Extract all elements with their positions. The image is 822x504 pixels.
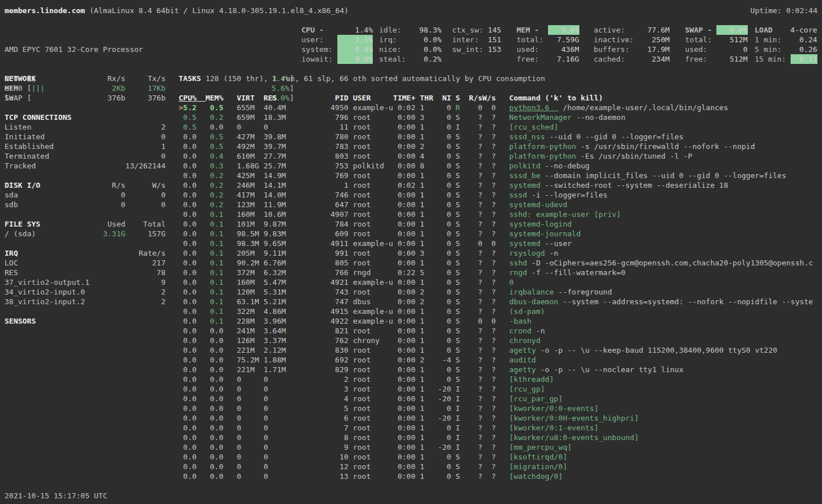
process-row[interactable]: 0.00.163.1M5.21M747dbus0:0020S??dbus-dae… xyxy=(179,297,822,307)
cell-virt: 659M xyxy=(237,112,264,122)
process-row[interactable]: 0.00.0004root0:001-20I??[rcu_par_gp] xyxy=(179,394,822,404)
cell-ni: 0 xyxy=(433,209,451,219)
process-row[interactable]: >5.20.5655M40.4M4950example-u0:0210R00py… xyxy=(179,103,822,112)
cell-thr: 1 xyxy=(420,452,433,462)
col-command[interactable]: Command ('k' to kill) xyxy=(509,93,822,103)
swap-panel: SWAP -0.0%total:512Mused:0free:512M xyxy=(685,25,751,64)
cell-virt: 75.2M xyxy=(237,355,264,365)
sidebar-section-file-sys: FILE SYSUsedTotal/ (sda)3.31G157G xyxy=(5,219,166,239)
process-row[interactable]: 0.00.1322M4.86M4915example-u0:0010S??(sd… xyxy=(179,307,822,316)
mem-stat-label: buffers: xyxy=(594,45,638,54)
cell-write-rate: ? xyxy=(482,268,495,277)
cell-virt: 205M xyxy=(237,248,264,258)
cell-read-rate: ? xyxy=(460,268,482,277)
col-ws[interactable]: W/s xyxy=(482,93,495,103)
col-thr[interactable]: THR xyxy=(420,93,433,103)
section-header: TCP CONNECTIONS xyxy=(5,112,166,122)
process-row[interactable]: 0.00.190.2M6.76M805root0:0010S??sshd -D … xyxy=(179,258,822,268)
col-s[interactable]: S xyxy=(456,93,460,103)
cell-write-rate: ? xyxy=(482,462,495,471)
process-row[interactable]: 0.50.2659M18.3M796root0:0030S??NetworkMa… xyxy=(179,112,822,122)
cell-time: 0:00 xyxy=(393,355,416,365)
process-row[interactable]: 0.00.1160M5.47M4921example-u0:0010S??0 xyxy=(179,277,822,287)
cell-mem: 0.0 xyxy=(206,452,223,462)
process-row[interactable]: 0.00.00013root0:0010S??[watchdog/0] xyxy=(179,471,822,481)
process-row[interactable]: 0.00.5427M39.8M780root0:0010S??sssd_nss … xyxy=(179,132,822,142)
process-row[interactable]: 0.00.0008root0:0010I??[kworker/u8:0-even… xyxy=(179,433,822,442)
process-row[interactable]: 0.00.198.3M9.65M4911example-u0:0010S00sy… xyxy=(179,239,822,248)
col-pid[interactable]: PID xyxy=(291,93,349,103)
cell-mem: 0.0 xyxy=(206,442,223,452)
cell-virt: 427M xyxy=(237,132,264,142)
process-row[interactable]: 0.00.0221M2.12M830root0:0010S??agetty -o… xyxy=(179,345,822,355)
process-row[interactable]: 0.00.1228M3.96M4922example-u0:0010S00-ba… xyxy=(179,316,822,326)
cell-thr: 1 xyxy=(420,394,433,404)
process-row[interactable]: 0.50.00011root0:0010I??[rcu_sched] xyxy=(179,122,822,132)
cpu-stat-row: iowait:0.0% xyxy=(301,54,373,64)
section-row: 34_virtio2-input.02 xyxy=(5,287,166,297)
process-row[interactable]: 0.00.2246M14.1M1root0:0210S??systemd --s… xyxy=(179,180,822,190)
cell-cpu: 0.5 xyxy=(179,112,196,122)
cell-cpu: 0.0 xyxy=(179,268,196,277)
cell-res: 3.96M xyxy=(264,316,291,326)
process-row[interactable]: 0.00.4610M27.7M803root0:0040S??platform-… xyxy=(179,151,822,161)
cell-cpu: 0.0 xyxy=(179,219,196,229)
cell-time: 0:00 xyxy=(393,345,416,355)
process-row[interactable]: 0.00.0126M3.37M762chrony0:0010S??chronyd xyxy=(179,336,822,345)
process-row[interactable]: 0.00.2417M14.0M746root0:0010S??sssd -i -… xyxy=(179,190,822,200)
process-row[interactable]: 0.00.075.2M1.88M692root0:002-4S??auditd xyxy=(179,355,822,365)
sidebar-section-tcp-connections: TCP CONNECTIONSListen2Initiated0Establis… xyxy=(5,112,166,171)
cell-command: rngd -f --fill-watermark=0 xyxy=(509,268,822,277)
col-cpu[interactable]: CPU% xyxy=(179,93,196,103)
process-row[interactable]: 0.00.00010root0:0010S??[ksoftirqd/0] xyxy=(179,452,822,462)
process-row[interactable]: 0.00.2425M14.9M769root0:0010S??sssd_be -… xyxy=(179,171,822,180)
process-row[interactable]: 0.00.0007root0:0010I??[kworker/0:1-event… xyxy=(179,423,822,433)
process-row[interactable]: 0.00.1120M5.31M743root0:0020S??irqbalanc… xyxy=(179,287,822,297)
cell-user: root xyxy=(353,355,393,365)
cpu-stat-row: idle:98.3% xyxy=(379,25,442,35)
col-mem[interactable]: MEM% xyxy=(206,93,223,103)
process-row[interactable]: 0.00.0221M1.71M829root0:0010S??agetty -o… xyxy=(179,365,822,374)
cell-cpu: 0.0 xyxy=(179,287,196,297)
process-row[interactable]: 0.00.0005root0:0010I??[kworker/0:0-event… xyxy=(179,404,822,413)
process-row[interactable]: 0.00.198.5M9.83M609root0:0010S??systemd-… xyxy=(179,229,822,239)
cell-command: agetty -o -p -- \u --keep-baud 115200,38… xyxy=(509,345,822,355)
col-user[interactable]: USER xyxy=(353,93,393,103)
cell-thr: 4 xyxy=(420,151,433,161)
cell-res: 11.9M xyxy=(264,200,291,209)
process-row[interactable]: 0.00.0241M3.64M821root0:0010S??crond -n xyxy=(179,326,822,336)
cell-pid: 769 xyxy=(291,171,349,180)
process-row[interactable]: 0.00.00012root0:0010S??[migration/0] xyxy=(179,462,822,471)
cell-mem: 0.0 xyxy=(206,413,223,423)
cell-time: 0:00 xyxy=(393,326,416,336)
process-row[interactable]: 0.00.0009root0:001-20I??[mm_percpu_wq] xyxy=(179,442,822,452)
section-col1-header: Used xyxy=(90,219,126,229)
process-row[interactable]: 0.00.31.68G25.7M753polkitd0:0080S??polki… xyxy=(179,161,822,171)
col-ni[interactable]: NI xyxy=(433,93,451,103)
load-stat-label: 5 min: xyxy=(755,45,791,54)
col-virt[interactable]: VIRT xyxy=(237,93,264,103)
cell-user: root xyxy=(353,209,393,219)
swap-stat-value: 512M xyxy=(716,35,748,45)
process-row[interactable]: 0.00.1372M6.32M766rngd0:2250S??rngd -f -… xyxy=(179,268,822,277)
cell-time: 0:02 xyxy=(393,180,416,190)
process-row[interactable]: 0.00.1205M9.11M991root0:0030S??rsyslogd … xyxy=(179,248,822,258)
process-row[interactable]: 0.00.1101M9.87M784root0:0010S??systemd-l… xyxy=(179,219,822,229)
col-rs[interactable]: R/s xyxy=(460,93,482,103)
process-row[interactable]: 0.00.5492M39.7M783root0:0020S??platform-… xyxy=(179,142,822,151)
section-col2-header: Tx/s xyxy=(126,74,166,83)
cell-res: 27.7M xyxy=(264,151,291,161)
process-row[interactable]: 0.00.0006root0:001-20I??[kworker/0:0H-ev… xyxy=(179,413,822,423)
process-row[interactable]: 0.00.0002root0:0010S??[kthreadd] xyxy=(179,374,822,384)
process-row[interactable]: 0.00.0003root0:001-20I??[rcu_gp] xyxy=(179,384,822,394)
cell-write-rate: ? xyxy=(482,142,495,151)
cell-mem: 0.1 xyxy=(206,268,223,277)
col-res[interactable]: RES xyxy=(264,93,291,103)
process-row[interactable]: 0.00.2123M11.9M647root0:0010S??systemd-u… xyxy=(179,200,822,209)
cell-command: sshd -D -oCiphers=aes256-gcm@openssh.com… xyxy=(509,258,822,268)
cell-time: 0:00 xyxy=(393,307,416,316)
load-stat-row: 5 min:0.26 xyxy=(755,45,817,54)
process-row[interactable]: 0.00.1160M10.6M4907root0:0010S??sshd: ex… xyxy=(179,209,822,219)
cell-command: -bash xyxy=(509,316,822,326)
col-time[interactable]: TIME+ xyxy=(393,93,416,103)
